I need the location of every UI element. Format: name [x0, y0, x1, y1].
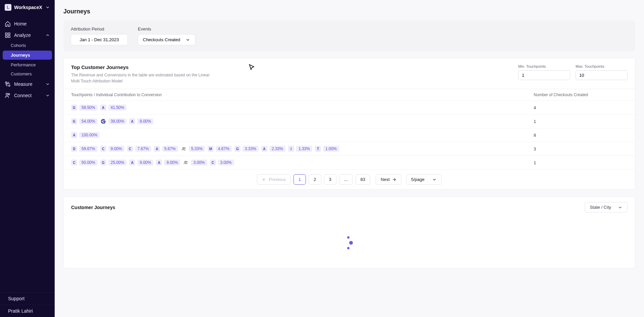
- next-button[interactable]: Next: [376, 174, 401, 185]
- count-cell: 1: [534, 119, 628, 124]
- table-row[interactable]: D59.67%C9.00%C7.67%A5.67%5.33%M4.67%G3.3…: [64, 142, 635, 155]
- table-row[interactable]: G54.00%38.00%A8.00%1: [64, 114, 635, 128]
- max-touchpoints-label: Max. Touchpoints: [576, 64, 628, 68]
- previous-button[interactable]: Previous: [257, 174, 291, 185]
- touchpoint-percent: 5.33%: [189, 146, 205, 152]
- touchpoint-percent: 54.00%: [79, 118, 98, 124]
- nav-cohorts[interactable]: Cohorts: [0, 41, 55, 50]
- count-cell: 4: [534, 105, 628, 110]
- nav-connect[interactable]: Connect: [0, 90, 55, 101]
- touchpoint-percent: 59.67%: [79, 146, 98, 152]
- workspace-selector[interactable]: L WorkspaceX: [0, 0, 55, 15]
- arrow-left-icon: [262, 177, 267, 182]
- sidebar: L WorkspaceX Home Analyze Cohorts Journe…: [0, 0, 55, 317]
- min-touchpoints-group: Min. Touchpoints: [518, 64, 570, 80]
- table-row[interactable]: A100.00%8: [64, 128, 635, 142]
- chevron-down-icon: [432, 177, 437, 182]
- svg-point-7: [8, 93, 10, 95]
- events-group: Events Checkouts Created: [138, 26, 195, 45]
- nav: Home Analyze Cohorts Journeys Performanc…: [0, 15, 55, 292]
- measure-icon: [5, 81, 11, 87]
- touchpoint-chip: 3.00%: [183, 160, 207, 166]
- touchpoint-chip: A2.33%: [261, 146, 285, 152]
- filter-card: Attribution Period Jan 1 - Dec 31,2023 E…: [63, 20, 635, 51]
- touchpoint-chip: 5.33%: [181, 146, 205, 152]
- card-title: Top Customer Journeys: [71, 64, 212, 70]
- touchpoint-chip: G58.50%: [71, 105, 98, 111]
- support-link[interactable]: Support: [0, 292, 55, 305]
- touchpoint-percent: 9.00%: [164, 160, 180, 166]
- count-cell: 8: [534, 133, 628, 138]
- touchpoint-percent: 1.33%: [296, 146, 312, 152]
- touchpoint-chip: C7.67%: [127, 146, 151, 152]
- nav-customers[interactable]: Customers: [0, 69, 55, 78]
- svg-point-12: [186, 161, 187, 162]
- nav-home[interactable]: Home: [0, 18, 55, 29]
- touchpoint-chip: C3.00%: [210, 160, 234, 166]
- touchpoint-percent: 41.50%: [108, 105, 127, 111]
- touchpoint-chip: G25.00%: [100, 160, 127, 166]
- user-profile[interactable]: Pratik Lahiri: [0, 305, 55, 317]
- column-count: Number of Checkouts Created: [534, 92, 628, 97]
- nav-performance[interactable]: Performance: [0, 60, 55, 69]
- svg-rect-3: [8, 36, 10, 38]
- source-icon: A: [129, 160, 135, 166]
- source-icon: A: [156, 160, 162, 166]
- touchpoint-chip: A41.50%: [100, 105, 127, 111]
- page-size-select[interactable]: 5/page: [406, 174, 442, 185]
- svg-point-11: [185, 161, 186, 163]
- chevron-down-icon: [618, 205, 623, 210]
- touchpoint-chip: G3.33%: [234, 146, 259, 152]
- source-icon: C: [210, 160, 216, 166]
- table-row[interactable]: C50.00%G25.00%A9.00%A9.00%3.00%C3.00%1: [64, 155, 635, 169]
- page-button[interactable]: 83: [356, 174, 370, 185]
- loading-spinner: [344, 236, 355, 250]
- touchpoint-chip: C9.00%: [100, 146, 124, 152]
- max-touchpoints-input[interactable]: [576, 70, 628, 80]
- source-icon: I: [288, 146, 294, 152]
- min-touchpoints-input[interactable]: [518, 70, 570, 80]
- events-select[interactable]: Checkouts Created: [138, 34, 195, 45]
- touchpoints-cell: A100.00%: [71, 132, 534, 138]
- touchpoints-cell: G58.50%A41.50%: [71, 105, 534, 111]
- touchpoints-cell: G54.00%38.00%A8.00%: [71, 118, 534, 124]
- touchpoint-percent: 4.67%: [216, 146, 232, 152]
- page-button[interactable]: 1: [293, 174, 306, 185]
- source-icon: D: [71, 146, 77, 152]
- page-button[interactable]: 2: [309, 174, 321, 185]
- touchpoint-percent: 58.50%: [79, 105, 98, 111]
- nav-measure[interactable]: Measure: [0, 78, 55, 90]
- source-icon: C: [71, 160, 77, 166]
- source-icon: G: [100, 160, 106, 166]
- touchpoint-chip: 38.00%: [100, 118, 127, 124]
- max-touchpoints-group: Max. Touchpoints: [576, 64, 628, 80]
- nav-journeys[interactable]: Journeys: [3, 51, 52, 60]
- page-button[interactable]: 3: [324, 174, 336, 185]
- location-select[interactable]: State / City: [585, 202, 628, 212]
- touchpoint-percent: 1.00%: [323, 146, 339, 152]
- touchpoint-chip: I1.33%: [288, 146, 312, 152]
- nav-analyze[interactable]: Analyze: [0, 29, 55, 41]
- page-ellipsis: ...: [339, 174, 353, 185]
- svg-point-5: [8, 85, 10, 86]
- touchpoints-cell: D59.67%C9.00%C7.67%A5.67%5.33%M4.67%G3.3…: [71, 146, 534, 152]
- touchpoint-percent: 8.00%: [137, 118, 153, 124]
- svg-point-6: [6, 93, 8, 95]
- attribution-period-input[interactable]: Jan 1 - Dec 31,2023: [71, 34, 128, 45]
- source-icon: G: [71, 118, 77, 124]
- attribution-period-label: Attribution Period: [71, 26, 128, 31]
- table-row[interactable]: G58.50%A41.50%4: [64, 101, 635, 114]
- touchpoint-chip: G54.00%: [71, 118, 98, 124]
- touchpoint-chip: A5.67%: [154, 146, 178, 152]
- source-icon: C: [127, 146, 133, 152]
- touchpoint-chip: A9.00%: [129, 160, 153, 166]
- svg-rect-1: [8, 33, 10, 35]
- chevron-down-icon: [185, 38, 190, 42]
- touchpoint-chip: A9.00%: [156, 160, 180, 166]
- attribution-period-group: Attribution Period Jan 1 - Dec 31,2023: [71, 26, 128, 45]
- analyze-icon: [5, 32, 11, 38]
- events-label: Events: [138, 26, 195, 31]
- source-icon: A: [129, 118, 135, 124]
- chevron-down-icon: [45, 82, 50, 86]
- source-icon: G: [234, 146, 240, 152]
